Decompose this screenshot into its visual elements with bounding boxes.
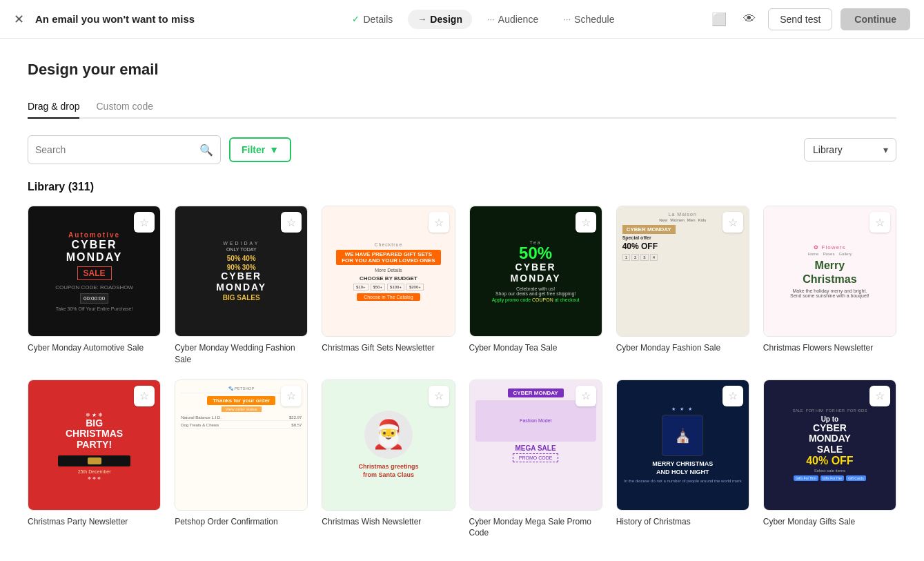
step-arrow-icon: → (417, 14, 426, 24)
template-name: Cyber Monday Mega Sale Promo Code (469, 516, 602, 540)
template-name: Cyber Monday Wedding Fashion Sale (175, 342, 308, 366)
step-schedule[interactable]: ··· Schedule (553, 10, 624, 29)
template-name: History of Christmas (616, 516, 749, 528)
design-tabs: Drag & drop Custom code (28, 95, 896, 119)
favorite-button[interactable]: ☆ (576, 386, 596, 406)
template-thumbnail: WEDIDAY ONLY TODAY 50% 40% 90% 30% CYBER… (175, 206, 308, 337)
template-name: Cyber Monday Tea Sale (469, 342, 602, 354)
template-thumbnail: ✿ Flowers HomeRosesGallery MerryChristma… (763, 206, 896, 337)
page-title: Design your email (28, 61, 896, 79)
template-thumbnail: 🎅 Christmas greetingsfrom Santa Claus ☆ (322, 380, 455, 511)
template-card[interactable]: SALEFOR HIMFOR HERFOR KIDS Up to CYBERMO… (763, 380, 896, 540)
template-name: Christmas Wish Newsletter (322, 516, 455, 528)
template-name: Christmas Flowers Newsletter (763, 342, 896, 354)
template-card[interactable]: 🐾 PETSHOP Thanks for your order View ord… (175, 380, 308, 540)
tab-drag-drop[interactable]: Drag & drop (28, 95, 79, 119)
template-card[interactable]: Automotive CYBERMONDAY SALE COUPON CODE:… (28, 206, 161, 366)
template-thumbnail: Checktrue WE HAVE PREPARED GIFT SETSFOR … (322, 206, 455, 337)
search-input[interactable] (35, 144, 199, 155)
template-name: Christmas Gift Sets Newsletter (322, 342, 455, 354)
step-details-label: Details (363, 14, 393, 25)
favorite-button[interactable]: ☆ (134, 386, 155, 406)
step-schedule-label: Schedule (574, 14, 614, 25)
template-thumbnail: SALEFOR HIMFOR HERFOR KIDS Up to CYBERMO… (763, 380, 896, 511)
filter-label: Filter (242, 144, 265, 155)
template-thumbnail: CYBER MONDAY Fashion Model MEGA SALE PRO… (469, 380, 602, 511)
main-content: Design your email Drag & drop Custom cod… (0, 39, 924, 561)
section-header: Library (311) (28, 181, 896, 193)
step-design-label: Design (430, 14, 462, 25)
template-card[interactable]: Tea 50% CYBERMONDAY Celebrate with us!Sh… (469, 206, 602, 366)
favorite-button[interactable]: ☆ (723, 386, 743, 406)
template-name: Cyber Monday Automotive Sale (28, 342, 161, 354)
template-grid: Automotive CYBERMONDAY SALE COUPON CODE:… (28, 206, 896, 539)
template-card[interactable]: WEDIDAY ONLY TODAY 50% 40% 90% 30% CYBER… (175, 206, 308, 366)
favorite-button[interactable]: ☆ (281, 212, 302, 233)
favorite-button[interactable]: ☆ (869, 386, 890, 406)
template-thumbnail: Automotive CYBERMONDAY SALE COUPON CODE:… (28, 206, 161, 337)
step-audience[interactable]: ··· Audience (478, 10, 548, 29)
layout-toggle-button[interactable]: ⬜ (707, 8, 731, 31)
template-card[interactable]: La Maison NewWomenMenKids CYBER MONDAY S… (616, 206, 749, 366)
favorite-button[interactable]: ☆ (429, 386, 449, 406)
template-name: Cyber Monday Fashion Sale (616, 342, 749, 354)
template-name: Cyber Monday Gifts Sale (763, 516, 896, 528)
favorite-button[interactable]: ☆ (723, 212, 743, 233)
step-design[interactable]: → Design (408, 10, 472, 29)
steps-nav: ✓ Details → Design ··· Audience ··· Sche… (259, 10, 707, 29)
favorite-button[interactable]: ☆ (576, 212, 596, 233)
close-button[interactable]: ✕ (14, 12, 24, 27)
template-card[interactable]: Checktrue WE HAVE PREPARED GIFT SETSFOR … (322, 206, 455, 366)
library-select[interactable]: Library My templates Saved (804, 138, 896, 161)
preview-button[interactable]: 👁 (739, 8, 760, 30)
continue-button[interactable]: Continue (841, 8, 910, 30)
template-card[interactable]: ✿ Flowers HomeRosesGallery MerryChristma… (763, 206, 896, 366)
favorite-button[interactable]: ☆ (429, 212, 449, 233)
favorite-button[interactable]: ☆ (281, 386, 302, 406)
toolbar: 🔍 Filter ▼ Library My templates Saved (28, 135, 896, 164)
template-card[interactable]: 🎅 Christmas greetingsfrom Santa Claus ☆ … (322, 380, 455, 540)
template-card[interactable]: ★ ★ ★ ⛪ MERRY CHRISTMASAND HOLY NIGHT In… (616, 380, 749, 540)
template-thumbnail: La Maison NewWomenMenKids CYBER MONDAY S… (616, 206, 749, 337)
filter-button[interactable]: Filter ▼ (229, 137, 291, 162)
top-nav: ✕ An email you won't want to miss ✓ Deta… (0, 0, 924, 39)
template-thumbnail: ★ ★ ★ ⛪ MERRY CHRISTMASAND HOLY NIGHT In… (616, 380, 749, 511)
favorite-button[interactable]: ☆ (869, 212, 890, 233)
step-details[interactable]: ✓ Details (342, 10, 402, 29)
send-test-button[interactable]: Send test (768, 8, 832, 30)
library-select-wrapper: Library My templates Saved (804, 138, 896, 161)
email-title: An email you won't want to miss (35, 13, 259, 25)
template-card[interactable]: ❄ ★ ❄ BIGChristmasParty! 25th December ❄… (28, 380, 161, 540)
template-thumbnail: Tea 50% CYBERMONDAY Celebrate with us!Sh… (469, 206, 602, 337)
template-thumbnail: 🐾 PETSHOP Thanks for your order View ord… (175, 380, 308, 511)
tab-custom-code[interactable]: Custom code (96, 95, 153, 119)
favorite-button[interactable]: ☆ (134, 212, 155, 233)
filter-icon: ▼ (269, 144, 279, 155)
step-audience-label: Audience (498, 14, 538, 25)
search-icon: 🔍 (199, 144, 213, 157)
step-dots-icon-1: ··· (487, 14, 495, 24)
template-thumbnail: ❄ ★ ❄ BIGChristmasParty! 25th December ❄… (28, 380, 161, 511)
search-box: 🔍 (28, 135, 221, 164)
step-dots-icon-2: ··· (563, 14, 571, 24)
step-check-icon: ✓ (352, 14, 360, 24)
topnav-actions: ⬜ 👁 Send test Continue (707, 8, 910, 31)
template-name: Christmas Party Newsletter (28, 516, 161, 528)
template-name: Petshop Order Confirmation (175, 516, 308, 528)
template-card[interactable]: CYBER MONDAY Fashion Model MEGA SALE PRO… (469, 380, 602, 540)
